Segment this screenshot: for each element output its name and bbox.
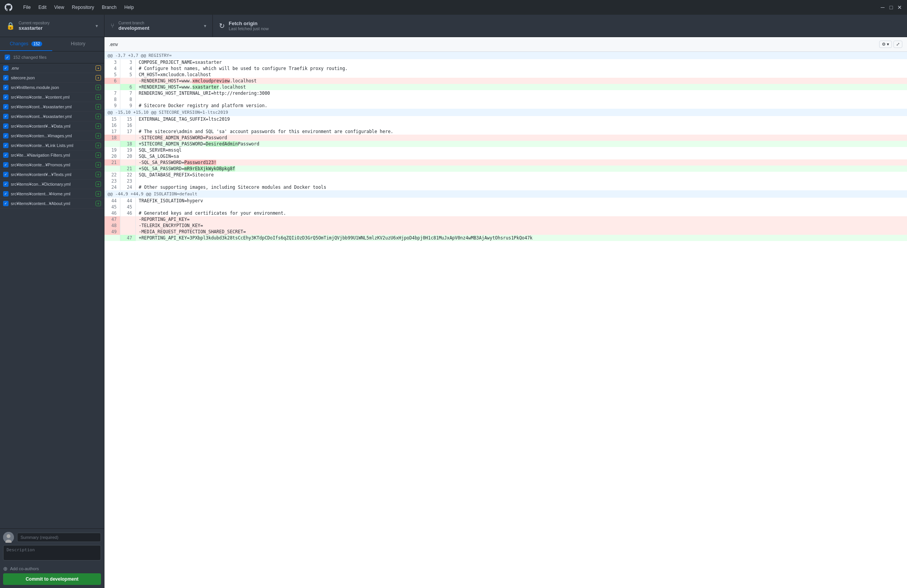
file-name: src¥InitItems.module.json xyxy=(11,85,93,90)
summary-input[interactable] xyxy=(17,533,101,542)
menu-file[interactable]: File xyxy=(20,3,34,12)
diff-expand-button[interactable]: ⤢ xyxy=(893,41,902,48)
file-name: src¥items¥conte...¥content.yml xyxy=(11,95,93,99)
file-status-badge: + xyxy=(96,181,101,187)
line-num-new: 7 xyxy=(120,90,135,96)
line-num-old: 4 xyxy=(104,65,120,72)
file-name: src¥items¥conte...¥Promos.yml xyxy=(11,162,93,167)
tab-changes[interactable]: Changes 152 xyxy=(0,37,52,51)
file-list-item[interactable]: ✓src¥items¥content...¥About.yml+ xyxy=(0,199,104,209)
file-checkbox[interactable]: ✓ xyxy=(3,65,9,71)
line-num-new: 47 xyxy=(120,235,135,241)
diff-line: 4444TRAEFIK_ISOLATION=hyperv xyxy=(104,198,907,204)
repo-selector[interactable]: 🔒 Current repository sxastarter ▾ xyxy=(0,15,104,37)
diff-table: @@ -3,7 +3,7 @@ REGISTRY=33COMPOSE_PROJE… xyxy=(104,52,907,241)
diff-header-actions: ⚙ ▾ ⤢ xyxy=(879,41,902,48)
avatar xyxy=(3,532,14,543)
line-content: -TELERIK_ENCRYPTION_KEY= xyxy=(135,222,907,229)
branch-icon: ⑂ xyxy=(111,22,115,29)
diff-line: 44# Configure host names, which will be … xyxy=(104,65,907,72)
fetch-sub: Last fetched just now xyxy=(229,26,269,31)
file-name: src¥items¥conten...¥Images.yml xyxy=(11,133,93,138)
file-checkbox[interactable]: ✓ xyxy=(3,94,9,100)
file-list-item[interactable]: ✓src¥items¥cont...¥sxastarter.yml+ xyxy=(0,112,104,121)
file-status-badge: + xyxy=(96,201,101,206)
file-list-item[interactable]: ✓.env• xyxy=(0,63,104,73)
line-num-old: 47 xyxy=(104,216,120,222)
fetch-origin-button[interactable]: ↻ Fetch origin Last fetched just now xyxy=(213,15,907,37)
commit-button[interactable]: Commit to development xyxy=(3,573,101,585)
github-logo-icon xyxy=(5,3,12,11)
file-checkbox[interactable]: ✓ xyxy=(3,191,9,197)
diff-line: 6+RENDERING_HOST=www.sxastarter.localhos… xyxy=(104,84,907,90)
line-content: # The sitecore\admin and SQL 'sa' accoun… xyxy=(135,128,907,135)
line-content: EXTERNAL_IMAGE_TAG_SUFFIX=ltsc2019 xyxy=(135,116,907,122)
file-checkbox[interactable]: ✓ xyxy=(3,85,9,90)
diff-line: 21-SQL_SA_PASSWORD=Password123! xyxy=(104,159,907,166)
file-checkbox[interactable]: ✓ xyxy=(3,133,9,138)
line-content: -REPORTING_API_KEY= xyxy=(135,216,907,222)
sidebar: Changes 152 History ✓ 152 changed files … xyxy=(0,37,104,588)
line-num-old: 19 xyxy=(104,147,120,153)
menu-edit[interactable]: Edit xyxy=(35,3,50,12)
file-list-item[interactable]: ✓src¥items¥content...¥Home.yml+ xyxy=(0,189,104,199)
diff-line: 55CM_HOST=xmcloudcm.localhost xyxy=(104,72,907,78)
file-checkbox[interactable]: ✓ xyxy=(3,172,9,177)
file-status-badge: + xyxy=(96,123,101,129)
line-num-new: 22 xyxy=(120,172,135,178)
file-list-item[interactable]: ✓src¥items¥conte...¥Link Lists.yml+ xyxy=(0,141,104,150)
file-list-item[interactable]: ✓src¥items¥cont...¥sxastarter.yml+ xyxy=(0,102,104,112)
menu-view[interactable]: View xyxy=(51,3,67,12)
description-input[interactable] xyxy=(3,545,101,561)
file-list-item[interactable]: ✓src¥items¥conte...¥content.yml+ xyxy=(0,92,104,102)
file-list-item[interactable]: ✓src¥items¥conten...¥Images.yml+ xyxy=(0,131,104,141)
diff-line: 6-RENDERING_HOST=www.xmcloudpreview.loca… xyxy=(104,78,907,84)
file-checkbox[interactable]: ✓ xyxy=(3,114,9,119)
file-checkbox[interactable]: ✓ xyxy=(3,75,9,80)
close-button[interactable]: ✕ xyxy=(897,5,902,10)
diff-settings-button[interactable]: ⚙ ▾ xyxy=(879,41,892,48)
lock-icon: 🔒 xyxy=(6,22,15,30)
file-list-item[interactable]: ✓src¥items¥con...¥Dictionary.yml+ xyxy=(0,179,104,189)
file-name: src¥items¥con...¥Dictionary.yml xyxy=(11,182,93,186)
diff-hunk-header: @@ -44,9 +44,9 @@ ISOLATION=default xyxy=(104,190,907,198)
line-num-new: 9 xyxy=(120,103,135,109)
line-num-new: 4 xyxy=(120,65,135,72)
file-list-item[interactable]: ✓src¥InitItems.module.json+ xyxy=(0,83,104,92)
window-controls: ─ □ ✕ xyxy=(880,5,902,10)
file-list-item[interactable]: ✓sitecore.json• xyxy=(0,73,104,83)
file-checkbox[interactable]: ✓ xyxy=(3,123,9,129)
tab-history[interactable]: History xyxy=(52,37,104,51)
line-num-old: 21 xyxy=(104,159,120,166)
changed-files-header: ✓ 152 changed files xyxy=(0,51,104,63)
select-all-checkbox[interactable]: ✓ xyxy=(5,55,10,60)
line-num-old: 44 xyxy=(104,198,120,204)
branch-selector[interactable]: ⑂ Current branch development ▾ xyxy=(104,15,213,37)
line-content: TRAEFIK_ISOLATION=hyperv xyxy=(135,198,907,204)
file-checkbox[interactable]: ✓ xyxy=(3,181,9,187)
line-num-new: 21 xyxy=(120,166,135,172)
menu-branch[interactable]: Branch xyxy=(99,3,120,12)
line-num-new: 17 xyxy=(120,128,135,135)
diff-line: 47-REPORTING_API_KEY= xyxy=(104,216,907,222)
menu-repository[interactable]: Repository xyxy=(69,3,97,12)
repo-label: Current repository xyxy=(19,21,50,25)
line-num-old xyxy=(104,166,120,172)
menu-help[interactable]: Help xyxy=(121,3,137,12)
file-list-item[interactable]: ✓src¥items¥conte...¥Promos.yml+ xyxy=(0,160,104,170)
file-checkbox[interactable]: ✓ xyxy=(3,201,9,206)
line-num-new xyxy=(120,229,135,235)
minimize-button[interactable]: ─ xyxy=(880,5,885,10)
maximize-button[interactable]: □ xyxy=(888,5,894,10)
file-checkbox[interactable]: ✓ xyxy=(3,143,9,148)
file-checkbox[interactable]: ✓ xyxy=(3,104,9,109)
file-list-item[interactable]: ✓src¥items¥content¥...¥Data.yml+ xyxy=(0,121,104,131)
file-checkbox[interactable]: ✓ xyxy=(3,152,9,158)
diff-line: 33COMPOSE_PROJECT_NAME=sxastarter xyxy=(104,59,907,65)
file-checkbox[interactable]: ✓ xyxy=(3,162,9,168)
line-num-old: 22 xyxy=(104,172,120,178)
add-coauthor-button[interactable]: ⊕ Add co-authors xyxy=(3,564,101,573)
file-list-item[interactable]: ✓src¥items¥content¥...¥Texts.yml+ xyxy=(0,170,104,179)
file-list-item[interactable]: ✓src¥ite...¥Navigation Filters.yml+ xyxy=(0,150,104,160)
repo-chevron-icon: ▾ xyxy=(96,23,98,29)
